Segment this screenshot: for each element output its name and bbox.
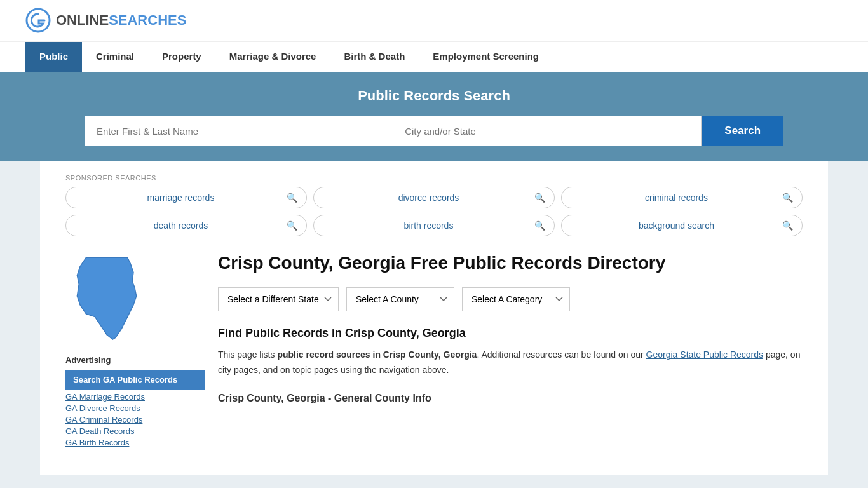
county-title: Crisp County, Georgia Free Public Record… [218,252,803,274]
search-icon: 🔍 [287,220,297,231]
nav-item-marriage-divorce[interactable]: Marriage & Divorce [215,42,330,72]
sponsored-item-text: marriage records [75,193,287,203]
find-text-before: This page lists [218,349,277,360]
category-dropdown[interactable]: Select A Category [462,287,570,311]
two-col-layout: Advertising Search GA Public Records GA … [65,252,803,449]
find-bold: public record sources in Crisp County, G… [277,349,477,360]
search-icon: 🔍 [534,220,545,231]
ad-link-birth[interactable]: GA Birth Records [65,438,205,447]
logo-text: ONLINESEARCHES [56,12,186,29]
sidebar: Advertising Search GA Public Records GA … [65,252,205,449]
logo: ONLINESEARCHES [25,8,186,33]
state-map [65,252,205,342]
section-title: Crisp County, Georgia - General County I… [218,386,803,410]
sponsored-item-death[interactable]: death records 🔍 [65,215,307,236]
search-icon: 🔍 [534,193,545,203]
main-column: Crisp County, Georgia Free Public Record… [218,252,803,449]
sponsored-item-text: death records [75,220,287,231]
find-records-title: Find Public Records in Crisp County, Geo… [218,327,803,340]
nav-item-public[interactable]: Public [25,42,82,72]
search-icon: 🔍 [782,193,793,203]
main-nav: Public Criminal Property Marriage & Divo… [0,41,868,72]
find-records-text: This page lists public record sources in… [218,348,803,378]
logo-icon [25,8,51,33]
sponsored-item-marriage[interactable]: marriage records 🔍 [65,187,307,208]
sponsored-item-text: criminal records [571,193,782,203]
location-search-input[interactable] [393,116,702,146]
sponsored-item-background[interactable]: background search 🔍 [561,215,803,236]
header: ONLINESEARCHES [0,0,868,41]
search-banner: Public Records Search Search [0,72,868,161]
county-dropdown[interactable]: Select A County [346,287,454,311]
advertising-label: Advertising [65,355,205,365]
name-search-input[interactable] [85,116,393,146]
nav-item-property[interactable]: Property [148,42,215,72]
find-text-after: . Additional resources can be found on o… [477,349,646,360]
main-content: SPONSORED SEARCHES marriage records 🔍 di… [40,161,828,475]
ad-link-marriage[interactable]: GA Marriage Records [65,392,205,402]
sponsored-item-text: birth records [323,220,534,231]
search-banner-title: Public Records Search [25,88,843,104]
sponsored-item-birth[interactable]: birth records 🔍 [313,215,555,236]
sponsored-item-divorce[interactable]: divorce records 🔍 [313,187,555,208]
search-form: Search [85,116,783,146]
nav-item-employment[interactable]: Employment Screening [419,42,553,72]
sponsored-item-text: background search [571,220,782,231]
search-button[interactable]: Search [702,116,783,146]
sponsored-item-text: divorce records [323,193,534,203]
ad-link-criminal[interactable]: GA Criminal Records [65,415,205,424]
ad-highlight[interactable]: Search GA Public Records [65,370,205,390]
dropdowns-row: Select a Different State Select A County… [218,287,803,311]
ad-link-divorce[interactable]: GA Divorce Records [65,403,205,413]
georgia-state-records-link[interactable]: Georgia State Public Records [646,349,763,360]
nav-item-birth-death[interactable]: Birth & Death [330,42,419,72]
sponsored-grid: marriage records 🔍 divorce records 🔍 cri… [65,187,803,236]
search-icon: 🔍 [287,193,297,203]
nav-item-criminal[interactable]: Criminal [82,42,148,72]
georgia-map-icon [65,252,148,341]
sponsored-item-criminal[interactable]: criminal records 🔍 [561,187,803,208]
search-icon: 🔍 [782,220,793,231]
sponsored-label: SPONSORED SEARCHES [65,174,803,182]
ad-link-death[interactable]: GA Death Records [65,426,205,436]
state-dropdown[interactable]: Select a Different State [218,287,339,311]
